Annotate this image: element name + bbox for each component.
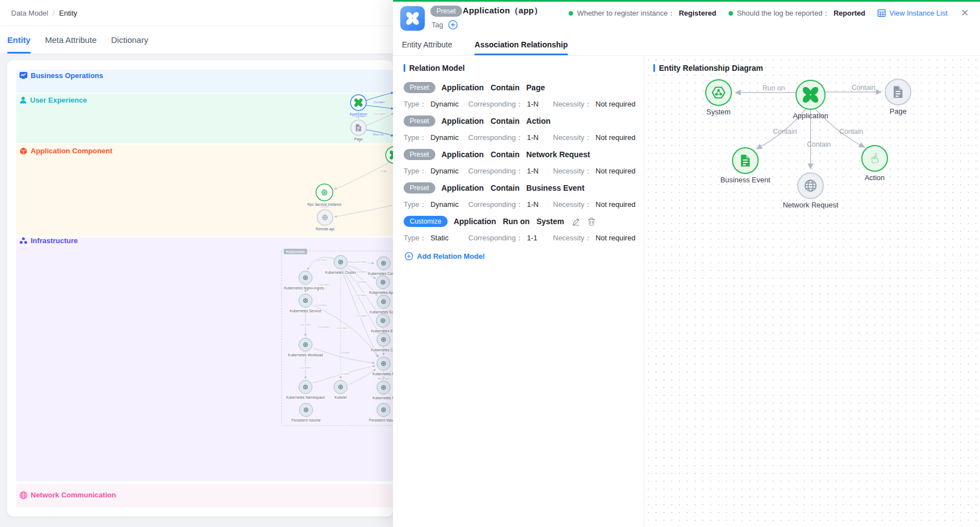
entity-detail-panel: Preset Application（app） Tag Whether to r… bbox=[393, 0, 980, 527]
page-tabs: EntityMeta AttributeDictionary bbox=[0, 26, 393, 54]
relation-name: ApplicationContainBusiness Event bbox=[442, 183, 585, 192]
panel-title: Application（app） bbox=[463, 6, 542, 16]
relation-row: Preset ApplicationContainBusiness Event … bbox=[404, 182, 643, 209]
breadcrumb-entity: Entity bbox=[59, 9, 77, 17]
er-node-label: Application bbox=[793, 112, 828, 120]
delete-icon[interactable] bbox=[588, 217, 595, 226]
relation-name: ApplicationRun onSystem bbox=[454, 217, 564, 226]
er-edge-label: Contain bbox=[851, 84, 875, 91]
section-label-application-component: Application Component bbox=[20, 147, 113, 155]
breadcrumb-data-model[interactable]: Data Model bbox=[11, 9, 48, 17]
preset-badge: Preset bbox=[404, 115, 435, 127]
application-entity-icon bbox=[400, 6, 425, 31]
panel-tabs: Entity AttributeAssociation Relationship bbox=[393, 33, 980, 56]
er-node-page[interactable]: Page bbox=[885, 79, 911, 115]
er-edge-label: Contain bbox=[773, 128, 797, 136]
tab-association-relationship[interactable]: Association Relationship bbox=[474, 40, 567, 55]
register-instance-status: Whether to register instance： Registered bbox=[569, 8, 716, 18]
section-label-infrastructure: Infrastructure bbox=[20, 236, 78, 245]
relation-row: Preset ApplicationContainNetwork Request… bbox=[404, 149, 643, 175]
er-node-business-event[interactable]: Business Event bbox=[720, 148, 770, 184]
er-node-label: Business Event bbox=[720, 176, 770, 184]
preset-badge: Preset bbox=[430, 6, 462, 17]
er-node-label: System bbox=[706, 108, 730, 116]
relation-row: Preset ApplicationContainPage Type：Dynam… bbox=[404, 82, 643, 108]
table-icon bbox=[877, 9, 886, 17]
breadcrumb: Data Model / Entity bbox=[0, 0, 393, 26]
model-canvas[interactable]: Business OperationsUser ExperienceApplic… bbox=[7, 60, 393, 516]
app-window: Data Model / Entity EntityMeta Attribute… bbox=[0, 0, 980, 527]
er-node-action[interactable]: ☝ Action bbox=[862, 146, 887, 182]
add-relation-model-button[interactable]: Add Relation Model bbox=[405, 252, 484, 260]
er-node-label: Action bbox=[865, 173, 885, 182]
preset-badge: Preset bbox=[404, 149, 435, 160]
relation-name: ApplicationContainNetwork Request bbox=[442, 150, 590, 159]
add-tag-icon[interactable] bbox=[448, 20, 458, 30]
tab-dictionary[interactable]: Dictionary bbox=[111, 26, 148, 54]
plus-circle-icon bbox=[405, 252, 413, 260]
relation-row: Customize ApplicationRun onSystem Type：S… bbox=[404, 216, 643, 242]
green-dot-icon bbox=[569, 11, 573, 16]
relation-meta: Type：Dynamic Corresponding：1-N Necessity… bbox=[404, 200, 643, 209]
tag-label: Tag bbox=[431, 21, 443, 29]
relation-name: ApplicationContainPage bbox=[442, 83, 545, 92]
breadcrumb-separator: / bbox=[52, 9, 55, 17]
log-reported-status: Should the log be reported： Reported bbox=[729, 8, 865, 18]
er-diagram-pane[interactable]: Entity Relationship Diagram Run onContai… bbox=[644, 56, 980, 527]
relation-meta: Type：Dynamic Corresponding：1-N Necessity… bbox=[404, 133, 643, 142]
heading-bar bbox=[404, 64, 405, 72]
er-node-application[interactable]: Application bbox=[793, 80, 828, 120]
preset-badge: Preset bbox=[404, 182, 435, 194]
er-node-system[interactable]: System bbox=[706, 80, 731, 116]
preset-badge: Preset bbox=[404, 82, 435, 93]
clover-icon bbox=[403, 9, 422, 28]
close-icon[interactable]: ✕ bbox=[960, 7, 970, 19]
tab-meta-attribute[interactable]: Meta Attribute bbox=[45, 26, 97, 54]
section-band-infrastructure[interactable] bbox=[16, 238, 393, 481]
tab-entity[interactable]: Entity bbox=[7, 26, 31, 54]
section-label-network-communication: Network Communication bbox=[20, 491, 116, 499]
er-node-label: Network Request bbox=[783, 201, 838, 209]
relation-meta: Type：Dynamic Corresponding：1-N Necessity… bbox=[404, 99, 643, 108]
section-label-user-experience: User Experience bbox=[20, 96, 87, 104]
green-dot-icon bbox=[729, 11, 733, 16]
er-node-label: Page bbox=[890, 107, 906, 115]
relation-name: ApplicationContainAction bbox=[442, 117, 551, 125]
er-edge-label: Contain bbox=[839, 128, 863, 136]
relation-row: Preset ApplicationContainAction Type：Dyn… bbox=[404, 115, 643, 142]
tab-entity-attribute[interactable]: Entity Attribute bbox=[402, 40, 452, 55]
view-instance-list-button[interactable]: View Instance List bbox=[877, 9, 948, 17]
section-label-business-operations: Business Operations bbox=[20, 71, 103, 80]
relation-meta: Type：Dynamic Corresponding：1-N Necessity… bbox=[404, 166, 643, 175]
er-node-network-request[interactable]: Network Request bbox=[783, 173, 838, 209]
customize-badge: Customize bbox=[404, 216, 448, 227]
er-edge-label: Contain bbox=[807, 141, 831, 148]
relation-meta: Type：Static Corresponding：1-1 Necessity：… bbox=[404, 233, 643, 242]
edit-icon[interactable] bbox=[572, 217, 580, 226]
section-band-application-component[interactable] bbox=[16, 144, 393, 236]
er-edge-label: Run on bbox=[763, 84, 785, 92]
relation-model-heading: Relation Model bbox=[404, 64, 465, 72]
